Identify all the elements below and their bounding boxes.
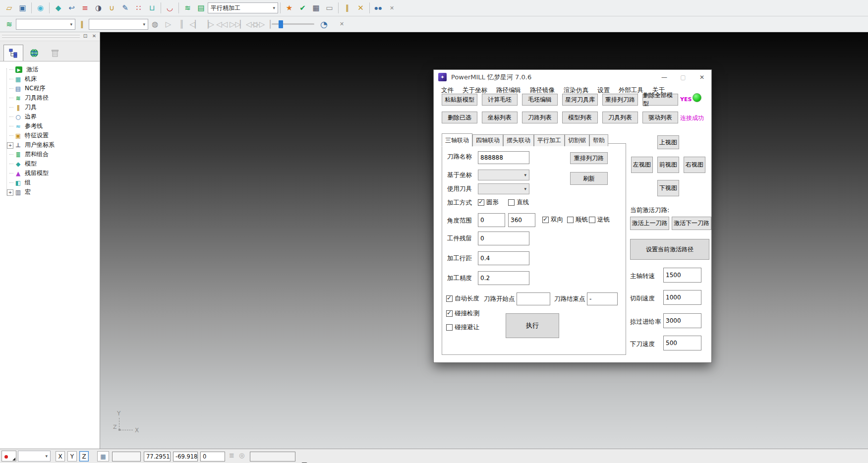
- spindle-speed-input[interactable]: [663, 268, 701, 283]
- tree-item-levels[interactable]: ≣ 层和组合: [3, 150, 100, 159]
- tree-item-toolpaths[interactable]: ≋ 刀具路径: [3, 93, 100, 103]
- collision-avoid-checkbox[interactable]: 碰撞避让: [446, 323, 479, 332]
- collision-calc-icon[interactable]: ★: [283, 2, 295, 14]
- model-list-button[interactable]: 模型列表: [562, 112, 598, 123]
- ruler-icon[interactable]: ▭: [323, 2, 336, 14]
- toolpath-list-button[interactable]: 刀路列表: [522, 112, 558, 123]
- skim-feed-input[interactable]: [663, 313, 701, 328]
- rearrange-toolpaths-button[interactable]: 重排列刀路: [602, 94, 638, 106]
- expand-icon[interactable]: +: [7, 142, 13, 149]
- panel-grip[interactable]: ⊡ ✕: [0, 32, 100, 41]
- calculator-icon[interactable]: ▦: [310, 2, 322, 14]
- maximize-button[interactable]: ▢: [674, 70, 693, 84]
- tab-explorer-globe[interactable]: [24, 45, 44, 61]
- mode-circle-checkbox[interactable]: 圆形: [478, 198, 499, 207]
- clock-icon[interactable]: ◔: [318, 18, 330, 30]
- calc-stock-button[interactable]: 计算毛坯: [482, 94, 518, 106]
- axis-x-button[interactable]: X: [56, 451, 65, 462]
- mode-line-checkbox[interactable]: 直线: [508, 198, 529, 207]
- conventional-mill-checkbox[interactable]: 逆铣: [589, 216, 610, 224]
- angle-from-input[interactable]: [478, 213, 505, 227]
- pause-icon[interactable]: ║: [175, 18, 188, 30]
- sim-toolpath-select[interactable]: ▾: [16, 19, 75, 30]
- angle-to-input[interactable]: [508, 213, 535, 227]
- close-button[interactable]: ✕: [693, 70, 711, 84]
- open-project-icon[interactable]: ▱: [3, 2, 15, 14]
- snap-indicator-button[interactable]: [1, 451, 16, 462]
- refresh-button[interactable]: 刷新: [570, 172, 608, 185]
- tab-help[interactable]: 帮助: [589, 134, 608, 146]
- view-left-button[interactable]: 左视图: [631, 157, 653, 173]
- compare-icon[interactable]: ●●: [372, 2, 385, 14]
- collision-check-checkbox[interactable]: 碰撞检测: [446, 309, 479, 318]
- tree-item-nc-programs[interactable]: ▤ NC程序: [3, 84, 100, 93]
- execute-button[interactable]: 执行: [506, 313, 559, 338]
- tree-item-groups[interactable]: ◧ 组: [3, 178, 100, 187]
- tree-item-macros[interactable]: + ▥ 宏: [3, 187, 100, 197]
- play-icon[interactable]: ▷: [162, 18, 174, 30]
- stock-allowance-input[interactable]: [478, 232, 529, 245]
- tree-item-stock-models[interactable]: ▲ 残留模型: [3, 169, 100, 178]
- tool-ball-icon[interactable]: ◑: [92, 2, 105, 14]
- tab-saw[interactable]: 切割锯: [565, 134, 589, 146]
- rapid-moves-icon[interactable]: ↩: [65, 2, 78, 14]
- tree-item-boundaries[interactable]: ○ 边界: [3, 112, 100, 121]
- coord-x-field[interactable]: 77.2951: [144, 452, 171, 462]
- delete-selected-button[interactable]: 删除已选: [442, 112, 477, 123]
- activate-prev-button[interactable]: 激活上一刀路: [630, 217, 669, 230]
- tree-item-machine[interactable]: ▦ 机床: [3, 74, 100, 84]
- coord-list-button[interactable]: 坐标列表: [482, 112, 518, 123]
- machining-strategy-select[interactable]: 平行精加工 ▾: [208, 2, 278, 13]
- block-icon[interactable]: ◆: [52, 2, 64, 14]
- statusbar-select[interactable]: ▾: [18, 451, 51, 462]
- tab-4axis[interactable]: 四轴联动: [472, 134, 503, 146]
- stepover-input[interactable]: [478, 251, 529, 265]
- tab-explorer-tree[interactable]: [3, 45, 23, 61]
- climb-mill-checkbox[interactable]: 顺铣: [567, 216, 588, 224]
- toolpath-name-input[interactable]: [478, 151, 529, 164]
- view-front-button[interactable]: 前视图: [657, 157, 679, 173]
- start-point-input[interactable]: [517, 292, 550, 305]
- pattern-icon[interactable]: ✎: [119, 2, 131, 14]
- minimize-button[interactable]: —: [655, 70, 674, 84]
- panel-float-icon[interactable]: ⊡: [82, 32, 89, 39]
- panel-close-icon[interactable]: ✕: [91, 32, 98, 39]
- grid-toggle-button[interactable]: ▦: [97, 451, 109, 462]
- stock-edit-button[interactable]: 毛坯编辑: [522, 94, 558, 106]
- grid-size-field[interactable]: [112, 452, 141, 462]
- toolpath-icon[interactable]: ≋: [181, 2, 194, 14]
- tab-explorer-trash[interactable]: [45, 45, 65, 61]
- tool-block-icon[interactable]: ⊔: [146, 2, 158, 14]
- tree-item-tools[interactable]: ∥ 刀具: [3, 103, 100, 112]
- tab-tilt-head[interactable]: 摆头联动: [503, 134, 534, 146]
- delete-all-models-button[interactable]: 删除全部模型: [642, 94, 678, 106]
- feed-rate-icon[interactable]: ≡: [79, 2, 91, 14]
- dialog-titlebar[interactable]: ✦ PowerMILL 忆梦星河 7.0.6 — ▢ ✕: [434, 70, 711, 84]
- activate-next-button[interactable]: 激活下一刀路: [672, 217, 711, 230]
- set-active-path-button[interactable]: 设置当前激活路径: [630, 239, 709, 260]
- tree-item-models[interactable]: ◆ 模型: [3, 159, 100, 169]
- auto-length-checkbox[interactable]: 自动长度: [446, 294, 479, 303]
- tool-holder-icon[interactable]: ∥: [341, 2, 353, 14]
- coord-z-field[interactable]: 0: [200, 452, 225, 462]
- strategy-list-icon[interactable]: ▤: [195, 2, 207, 14]
- end-point-input[interactable]: [587, 292, 618, 305]
- bidirectional-checkbox[interactable]: 双向: [542, 216, 563, 224]
- tab-parallel[interactable]: 平行加工: [534, 134, 565, 146]
- position-list-icon[interactable]: ≣: [229, 452, 234, 459]
- tree-item-feature-sets[interactable]: ▣ 特征设置: [3, 131, 100, 140]
- tree-item-activate[interactable]: ▶ 激活: [3, 65, 100, 74]
- tool-library-button[interactable]: 星河刀具库: [562, 94, 598, 106]
- verify-icon[interactable]: ✔: [296, 2, 309, 14]
- probe-position-icon[interactable]: ◎: [239, 452, 244, 459]
- lamp-icon[interactable]: ◍: [149, 18, 161, 30]
- transform-icon[interactable]: ✕: [354, 2, 367, 14]
- drive-list-button[interactable]: 驱动列表: [642, 112, 678, 123]
- tab-3axis[interactable]: 三轴联动: [442, 133, 472, 147]
- leads-links-icon[interactable]: ◡: [164, 2, 176, 14]
- sim-toolbar-close-icon[interactable]: ✕: [336, 18, 348, 30]
- use-tool-select[interactable]: ▾: [478, 183, 529, 194]
- plunge-speed-input[interactable]: [663, 336, 701, 350]
- expand-icon[interactable]: +: [7, 189, 13, 196]
- boundary-icon[interactable]: ∪: [106, 2, 118, 14]
